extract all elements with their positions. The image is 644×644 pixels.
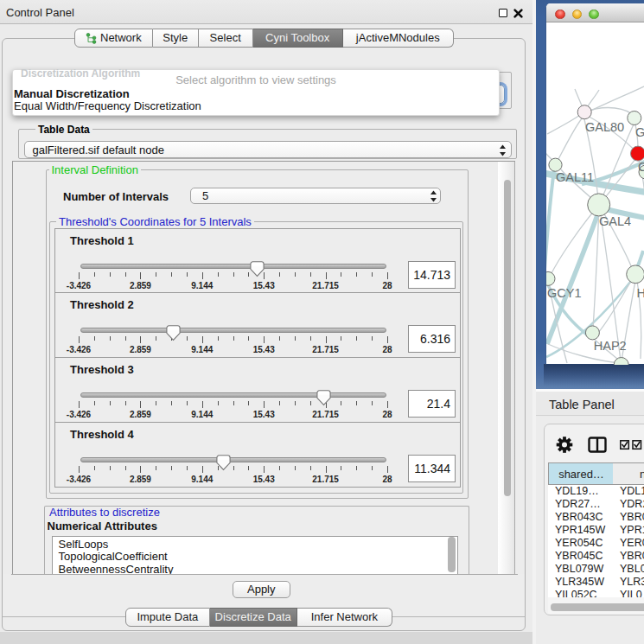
svg-text:G.: G. (635, 125, 644, 139)
svg-text:GAL4: GAL4 (599, 214, 631, 228)
svg-text:GAL80: GAL80 (585, 120, 624, 134)
svg-text:GAL11: GAL11 (556, 170, 594, 184)
svg-text:HAP2: HAP2 (594, 339, 627, 353)
svg-text:GCY1: GCY1 (547, 286, 582, 300)
svg-text:C: C (638, 160, 644, 174)
svg-text:H: H (637, 286, 644, 300)
